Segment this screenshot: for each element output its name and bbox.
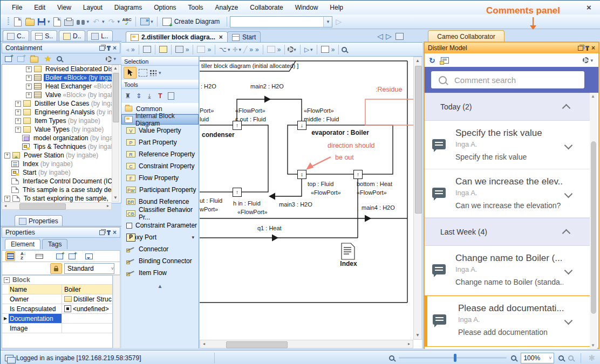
related-elements-icon[interactable]: ✚ — [232, 46, 237, 53]
spelling-button[interactable]: ABC✓ — [121, 16, 132, 27]
expand-icon[interactable]: + — [15, 118, 21, 124]
scroll-up-icon[interactable]: ▲ — [112, 65, 119, 72]
tab-cameo-collaborator[interactable]: Cameo Collaborator — [428, 30, 504, 42]
tree-item[interactable]: +Value Types (by ingabe) — [2, 125, 121, 134]
flow-port[interactable]: ↕ — [297, 170, 306, 179]
tab-start[interactable]: Start — [227, 31, 261, 43]
show-comments-icon[interactable] — [85, 253, 93, 259]
pin-panel-icon[interactable] — [108, 46, 110, 51]
palette-collapse-icon[interactable]: ▲ — [121, 283, 199, 289]
zoom-slider-knob[interactable] — [454, 354, 456, 362]
menu-item-diagrams[interactable]: Diagrams — [108, 2, 148, 13]
tree-item[interactable]: +Heat Exchanger «Block — [2, 82, 121, 91]
comments-list[interactable]: Today (2)Specify the risk valueInga A.Sp… — [425, 93, 590, 349]
scroll-right-icon[interactable]: ▸ — [105, 203, 111, 209]
quick-search-combobox[interactable]: ▼ — [230, 16, 332, 28]
menu-item-window[interactable]: Window — [289, 2, 324, 13]
comments-mode-icon[interactable] — [441, 57, 449, 64]
expand-nodes-icon[interactable] — [56, 253, 63, 259]
expand-icon[interactable]: + — [26, 84, 32, 90]
canvas-horizontal-scrollbar[interactable]: ◂ ▸ — [200, 340, 413, 348]
tab-tags[interactable]: Tags — [42, 239, 67, 249]
diagram-list-icon[interactable] — [396, 33, 404, 40]
palette-item-part-property[interactable]: PPart Property — [121, 136, 199, 148]
menu-item-file[interactable]: File — [6, 2, 28, 13]
pin-panel-icon[interactable] — [108, 230, 110, 235]
close-panel-icon[interactable]: × — [113, 45, 117, 51]
combo-dropdown-arrow-icon[interactable]: ▼ — [323, 17, 332, 27]
tree-item[interactable]: +Engineering Analysis (by in — [2, 108, 121, 116]
layout-icon[interactable] — [321, 46, 329, 53]
scroll-up-icon[interactable]: ▲ — [591, 94, 595, 99]
palette-item-constraint-property[interactable]: CConstraint Property — [121, 160, 199, 172]
zoom-slider[interactable] — [399, 357, 507, 359]
property-value[interactable]: <undefined> — [62, 304, 112, 313]
gear-icon[interactable] — [288, 46, 294, 52]
containment-tree-icon[interactable] — [143, 46, 151, 53]
property-value[interactable]: Distiller Struc... — [62, 294, 112, 304]
new-file-button[interactable] — [12, 16, 23, 27]
pin-panel-icon[interactable] — [587, 46, 588, 51]
pointer-tool-button[interactable] — [124, 67, 137, 79]
undo-button[interactable]: ↶ — [91, 16, 101, 27]
search-icon[interactable] — [57, 56, 62, 61]
more-icon[interactable]: » — [207, 46, 211, 53]
menu-item-analyze[interactable]: Analyze — [209, 2, 244, 13]
expand-icon[interactable]: + — [26, 75, 32, 81]
scroll-left-icon[interactable]: ◂ — [2, 203, 9, 209]
refresh-icon[interactable]: ↻ — [429, 57, 435, 64]
tree-item[interactable]: Tips & Techniques (by ingal — [2, 142, 121, 151]
block-title[interactable]: condenser — [202, 131, 235, 139]
expand-icon[interactable]: + — [15, 109, 21, 115]
tab-element[interactable]: Element — [5, 239, 40, 249]
expand-icon[interactable]: + — [4, 196, 10, 202]
zoom-one-to-one-icon[interactable] — [568, 355, 574, 361]
property-row[interactable]: OwnerDistiller Struc... — [2, 294, 112, 304]
gear-icon[interactable] — [583, 57, 589, 63]
favorites-star-icon[interactable]: ★ — [44, 54, 51, 64]
save-button[interactable] — [36, 16, 47, 27]
property-value[interactable]: Boiler — [62, 285, 112, 294]
collapse-nodes-icon[interactable] — [69, 253, 76, 259]
run-validation-icon[interactable]: ▷ — [304, 46, 309, 53]
zoom-search-icon[interactable] — [342, 47, 347, 52]
collapse-all-icon[interactable] — [17, 56, 24, 62]
close-panel-icon[interactable]: × — [113, 230, 117, 235]
expand-icon[interactable]: + — [15, 101, 21, 107]
collapse-group-icon[interactable]: − — [4, 277, 10, 283]
tree-item[interactable]: +Distiller Use Cases (by inga — [2, 99, 121, 108]
tree-vertical-scrollbar[interactable]: ▲ ▼ — [112, 65, 119, 202]
tree-item[interactable]: +Valve «Block» (by ingab — [2, 91, 121, 99]
palette-item-item-flow[interactable]: Item Flow — [121, 267, 199, 279]
comment-group-header[interactable]: Last Week (4) — [425, 218, 590, 246]
flow-port[interactable]: ↑ — [233, 188, 242, 197]
selection-section-header[interactable]: Selection — [121, 57, 199, 66]
scroll-down-icon[interactable]: ▼ — [414, 332, 421, 339]
comments-scrollbar[interactable]: ▲ ▼ — [590, 93, 597, 349]
left-tab-3[interactable]: L.. — [87, 30, 112, 42]
left-tab-1[interactable]: S.. — [31, 30, 57, 42]
gear-icon[interactable] — [106, 56, 112, 62]
comment-group-header[interactable]: Today (2) — [425, 93, 590, 121]
more-icon[interactable]: » — [277, 46, 281, 53]
align-vertical-icon[interactable]: ⇕ — [134, 92, 143, 100]
export-button[interactable] — [139, 16, 150, 27]
comment-card[interactable]: Specify the risk valueInga A.Specify the… — [425, 121, 590, 169]
copy-icon[interactable] — [197, 46, 205, 53]
tree-item[interactable]: model organization (by inga — [2, 134, 121, 142]
print-document-button[interactable] — [52, 16, 63, 27]
zoom-level-combobox[interactable]: 100% ˅ — [521, 353, 554, 363]
expand-icon[interactable]: + — [26, 66, 32, 72]
expand-icon[interactable]: + — [26, 92, 32, 98]
scroll-up-icon[interactable]: ▲ — [414, 58, 421, 64]
property-group-row[interactable]: − Block — [2, 276, 112, 285]
tree-item[interactable]: Index (by ingabe) — [2, 160, 121, 168]
palette-group-internal-block-diagram[interactable]: Internal Block Diagram — [121, 114, 199, 125]
fit-in-window-icon[interactable] — [558, 355, 564, 361]
float-panel-icon[interactable] — [99, 230, 105, 235]
create-diagram-button[interactable]: Create Diagram — [160, 17, 224, 27]
publish-icon[interactable] — [159, 46, 167, 53]
palette-item-reference-property[interactable]: RReference Property — [121, 148, 199, 160]
menu-item-edit[interactable]: Edit — [28, 2, 51, 13]
multi-select-icon[interactable] — [149, 70, 156, 76]
